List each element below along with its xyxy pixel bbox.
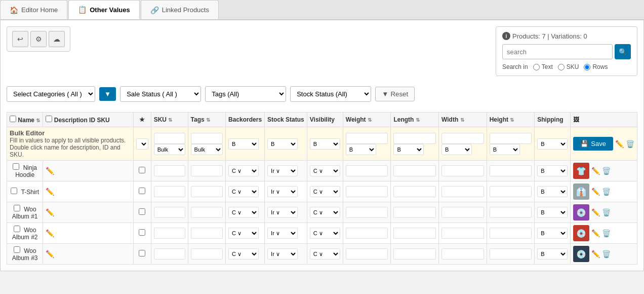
bulk-width-select[interactable]: B xyxy=(441,144,472,155)
edit-desc-icon[interactable]: ✏️ xyxy=(46,229,54,237)
visibility-select[interactable]: C ∨B xyxy=(310,228,340,239)
bulk-width-input[interactable] xyxy=(441,133,484,144)
bulk-height-select[interactable]: B xyxy=(490,144,520,155)
height-input[interactable] xyxy=(490,228,532,239)
edit-desc-icon[interactable]: ✏️ xyxy=(46,188,54,196)
search-button[interactable]: 🔍 xyxy=(615,44,631,59)
search-rows-radio-label[interactable]: Rows xyxy=(584,63,608,70)
bulk-featured-select[interactable]: Featured Not Featured Bulk xyxy=(136,138,148,150)
row-checkbox[interactable] xyxy=(14,205,20,211)
sku-input[interactable] xyxy=(154,228,185,239)
tags-input[interactable] xyxy=(191,207,223,218)
bulk-edit-icon[interactable]: ✏️ xyxy=(615,140,624,148)
visibility-select[interactable]: C ∨B xyxy=(310,248,340,260)
th-name[interactable]: Name xyxy=(18,117,34,124)
bulk-stock-select[interactable]: BC xyxy=(267,138,298,150)
backorders-select[interactable]: C ∨B xyxy=(228,248,259,260)
th-height[interactable]: Height ⇅ xyxy=(487,113,535,127)
width-input[interactable] xyxy=(441,228,484,239)
sku-input[interactable] xyxy=(154,186,185,197)
bulk-weight-select[interactable]: B xyxy=(346,144,376,155)
edit-desc-icon[interactable]: ✏️ xyxy=(46,167,54,175)
row-delete-icon[interactable]: 🗑️ xyxy=(602,167,611,175)
upload-button[interactable]: ☁ xyxy=(49,31,65,47)
shipping-select[interactable]: B xyxy=(537,165,568,176)
backorders-select[interactable]: C ∨B xyxy=(228,165,259,176)
bulk-length-select[interactable]: B xyxy=(393,144,424,155)
bulk-tags-select[interactable]: Bulk xyxy=(191,144,223,155)
stock-select[interactable]: Ir ∨In xyxy=(267,165,298,176)
tags-filter[interactable]: Tags (All) xyxy=(205,86,286,102)
search-input[interactable] xyxy=(502,44,613,59)
tab-linked-products[interactable]: 🔗 Linked Products xyxy=(141,0,219,19)
weight-input[interactable] xyxy=(346,248,388,260)
edit-desc-icon[interactable]: ✏️ xyxy=(46,208,54,216)
width-input[interactable] xyxy=(441,207,484,218)
sku-input[interactable] xyxy=(154,248,185,260)
row-edit-icon[interactable]: ✏️ xyxy=(591,188,600,196)
tags-input[interactable] xyxy=(191,165,223,176)
shipping-select[interactable]: B xyxy=(537,248,568,260)
bulk-weight-input[interactable] xyxy=(346,133,388,144)
row-edit-icon[interactable]: ✏️ xyxy=(591,250,600,258)
row-edit-icon[interactable]: ✏️ xyxy=(591,229,600,237)
bulk-height-input[interactable] xyxy=(490,133,532,144)
featured-checkbox[interactable] xyxy=(139,167,145,173)
th-sku[interactable]: SKU ⇅ xyxy=(151,113,188,127)
length-input[interactable] xyxy=(393,165,436,176)
th-length[interactable]: Length ⇅ xyxy=(391,113,439,127)
stock-select[interactable]: Ir ∨In xyxy=(267,248,298,260)
row-edit-icon[interactable]: ✏️ xyxy=(591,208,600,216)
stock-select[interactable]: Ir ∨In xyxy=(267,228,298,239)
height-input[interactable] xyxy=(490,207,532,218)
sku-input[interactable] xyxy=(154,207,185,218)
height-input[interactable] xyxy=(490,165,532,176)
length-input[interactable] xyxy=(393,248,436,260)
settings-button[interactable]: ⚙ xyxy=(30,31,47,47)
th-width[interactable]: Width ⇅ xyxy=(439,113,487,127)
visibility-select[interactable]: C ∨B xyxy=(310,207,340,218)
row-checkbox[interactable] xyxy=(14,246,20,253)
bulk-backorders-select[interactable]: BC xyxy=(228,138,259,150)
row-delete-icon[interactable]: 🗑️ xyxy=(602,188,611,196)
bulk-sku-input[interactable] xyxy=(154,133,185,144)
search-text-radio-label[interactable]: Text xyxy=(533,63,553,70)
weight-input[interactable] xyxy=(346,228,388,239)
tab-other-values[interactable]: 📋 Other Values xyxy=(68,0,139,19)
backorders-select[interactable]: C ∨B xyxy=(228,228,259,239)
save-button[interactable]: 💾 Save xyxy=(573,137,613,151)
length-input[interactable] xyxy=(393,186,436,197)
sku-input[interactable] xyxy=(154,165,185,176)
stock-select[interactable]: Ir ∨In xyxy=(267,207,298,218)
search-sku-radio-label[interactable]: SKU xyxy=(558,63,579,70)
backorders-select[interactable]: C ∨B xyxy=(228,186,259,197)
shipping-select[interactable]: B xyxy=(537,228,568,239)
categories-filter[interactable]: Select Categories ( All ) xyxy=(7,86,95,102)
row-delete-icon[interactable]: 🗑️ xyxy=(602,250,611,258)
width-input[interactable] xyxy=(441,186,484,197)
weight-input[interactable] xyxy=(346,165,388,176)
visibility-select[interactable]: C ∨B xyxy=(310,165,340,176)
edit-desc-icon[interactable]: ✏️ xyxy=(46,250,54,258)
bulk-length-input[interactable] xyxy=(393,133,436,144)
weight-input[interactable] xyxy=(346,207,388,218)
backorders-select[interactable]: C ∨B xyxy=(228,207,259,218)
featured-checkbox[interactable] xyxy=(139,250,145,256)
th-tags[interactable]: Tags ⇅ xyxy=(188,113,225,127)
row-delete-icon[interactable]: 🗑️ xyxy=(602,208,611,216)
sale-status-filter[interactable]: Sale Status ( All ) xyxy=(120,86,201,102)
width-input[interactable] xyxy=(441,248,484,260)
select-all-checkbox[interactable] xyxy=(10,116,16,122)
row-checkbox[interactable] xyxy=(13,163,19,170)
length-input[interactable] xyxy=(393,207,436,218)
bulk-delete-icon[interactable]: 🗑️ xyxy=(626,140,634,148)
width-input[interactable] xyxy=(441,165,484,176)
bulk-shipping-select[interactable]: B xyxy=(537,138,568,150)
bulk-visibility-select[interactable]: BC xyxy=(310,138,340,150)
height-input[interactable] xyxy=(490,248,532,260)
tags-input[interactable] xyxy=(191,186,223,197)
undo-button[interactable]: ↩ xyxy=(12,31,28,47)
search-text-radio[interactable] xyxy=(533,64,540,70)
filter-button[interactable]: ▼ xyxy=(99,87,116,101)
shipping-select[interactable]: B xyxy=(537,207,568,218)
